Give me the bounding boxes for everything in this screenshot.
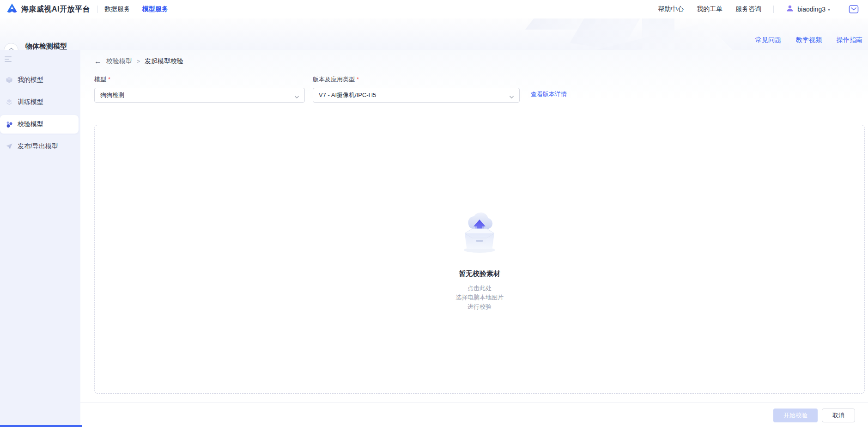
footer-divider bbox=[80, 402, 868, 403]
sidebar-item-my-models[interactable]: 我的模型 bbox=[0, 71, 79, 89]
brand-logo-icon bbox=[6, 3, 18, 16]
link-faq[interactable]: 常见问题 bbox=[755, 36, 781, 44]
upload-cloud-icon bbox=[452, 207, 507, 256]
sidebar-item-validate-model[interactable]: 校验模型 bbox=[0, 115, 79, 134]
nav-divider bbox=[97, 6, 98, 13]
header-illustration bbox=[570, 18, 645, 50]
mail-button[interactable] bbox=[849, 5, 859, 14]
start-validation-button[interactable]: 开始校验 bbox=[773, 409, 818, 422]
nav-item-model-services[interactable]: 模型服务 bbox=[142, 5, 168, 13]
home-icon bbox=[8, 47, 15, 50]
upload-hint: 点击此处 选择电脑本地图片 进行校验 bbox=[455, 284, 504, 311]
required-asterisk: * bbox=[108, 76, 110, 83]
navbar-right: 帮助中心 我的工单 服务咨询 biaoding3 ▾ bbox=[645, 4, 862, 14]
model-select-value: 狗狗检测 bbox=[100, 91, 124, 99]
sidebar-item-label: 训练模型 bbox=[18, 98, 43, 106]
breadcrumb-separator: > bbox=[137, 58, 140, 65]
page-header: 物体检测模型 定制识别图片中每个目标的位置和类别。 常见问题 教学视频 操作指南 bbox=[0, 18, 868, 50]
sidebar-item-label: 校验模型 bbox=[18, 120, 43, 128]
user-menu[interactable]: biaoding3 ▾ bbox=[786, 4, 830, 14]
upload-hint-line: 进行校验 bbox=[455, 302, 504, 311]
cancel-button[interactable]: 取消 bbox=[822, 409, 855, 422]
upload-empty-title: 暂无校验素材 bbox=[459, 269, 500, 278]
main-content: ← 校验模型 > 发起模型校验 模型* 狗狗检测 版本及应用类型* V7 - A… bbox=[80, 50, 868, 427]
nav-item-data-services[interactable]: 数据服务 bbox=[104, 5, 130, 13]
chevron-down-icon bbox=[509, 93, 514, 100]
sidebar: 我的模型 训练模型 校验模型 发布/导出模型 bbox=[0, 50, 80, 427]
version-field-label: 版本及应用类型* bbox=[313, 75, 520, 84]
required-asterisk: * bbox=[357, 76, 359, 83]
brand[interactable]: 海康威视AI开放平台 bbox=[6, 3, 90, 16]
breadcrumb-current: 发起模型校验 bbox=[145, 57, 183, 66]
mail-icon bbox=[849, 5, 859, 14]
sidebar-item-label: 发布/导出模型 bbox=[18, 142, 58, 151]
header-illustration bbox=[642, 18, 674, 50]
sidebar-item-publish-export-model[interactable]: 发布/导出模型 bbox=[0, 137, 79, 156]
version-select[interactable]: V7 - AI摄像机/IPC-H5 bbox=[313, 88, 520, 103]
page-title: 物体检测模型 bbox=[25, 42, 67, 50]
upload-dropzone[interactable]: 暂无校验素材 点击此处 选择电脑本地图片 进行校验 bbox=[94, 125, 865, 394]
breadcrumb: ← 校验模型 > 发起模型校验 bbox=[94, 57, 183, 66]
sidebar-items: 我的模型 训练模型 校验模型 发布/导出模型 bbox=[0, 71, 80, 159]
layers-icon bbox=[6, 98, 13, 106]
sidebar-item-train-model[interactable]: 训练模型 bbox=[0, 93, 79, 111]
model-select[interactable]: 狗狗检测 bbox=[94, 88, 305, 103]
breadcrumb-prev[interactable]: 校验模型 bbox=[106, 57, 132, 66]
horizontal-scrollbar-thumb[interactable] bbox=[0, 425, 82, 427]
header-links: 常见问题 教学视频 操作指南 bbox=[755, 36, 862, 44]
chevron-down-icon bbox=[294, 93, 299, 100]
link-operation-guide[interactable]: 操作指南 bbox=[837, 36, 862, 44]
back-arrow-icon[interactable]: ← bbox=[94, 57, 102, 66]
model-field-label: 模型* bbox=[94, 75, 305, 84]
header-illustration bbox=[589, 23, 751, 50]
chevron-down-icon: ▾ bbox=[828, 7, 830, 12]
sidebar-item-label: 我的模型 bbox=[18, 76, 43, 84]
username: biaoding3 bbox=[797, 6, 826, 13]
brand-name: 海康威视AI开放平台 bbox=[21, 5, 90, 14]
footer-actions: 开始校验 取消 bbox=[773, 409, 855, 422]
avatar-icon bbox=[786, 4, 794, 14]
nav-my-tickets[interactable]: 我的工单 bbox=[697, 5, 722, 13]
sidebar-collapse-button[interactable] bbox=[5, 56, 13, 63]
version-select-value: V7 - AI摄像机/IPC-H5 bbox=[319, 91, 376, 99]
upload-hint-line: 选择电脑本地图片 bbox=[455, 293, 504, 302]
header-illustration bbox=[525, 18, 602, 30]
paper-plane-icon bbox=[6, 143, 13, 150]
upload-hint-line: 点击此处 bbox=[455, 284, 504, 293]
cube-icon bbox=[6, 76, 13, 84]
home-button[interactable] bbox=[4, 43, 18, 50]
top-navbar: 海康威视AI开放平台 数据服务 模型服务 帮助中心 我的工单 服务咨询 biao… bbox=[0, 0, 868, 18]
version-detail-link[interactable]: 查看版本详情 bbox=[531, 90, 567, 98]
validation-form: 模型* 狗狗检测 版本及应用类型* V7 - AI摄像机/IPC-H5 bbox=[94, 75, 520, 103]
nav-help-center[interactable]: 帮助中心 bbox=[658, 5, 684, 13]
nav-service-consult[interactable]: 服务咨询 bbox=[735, 5, 761, 13]
link-tutorial-videos[interactable]: 教学视频 bbox=[796, 36, 822, 44]
nav-divider bbox=[773, 6, 774, 13]
cluster-dots-icon bbox=[6, 121, 13, 128]
